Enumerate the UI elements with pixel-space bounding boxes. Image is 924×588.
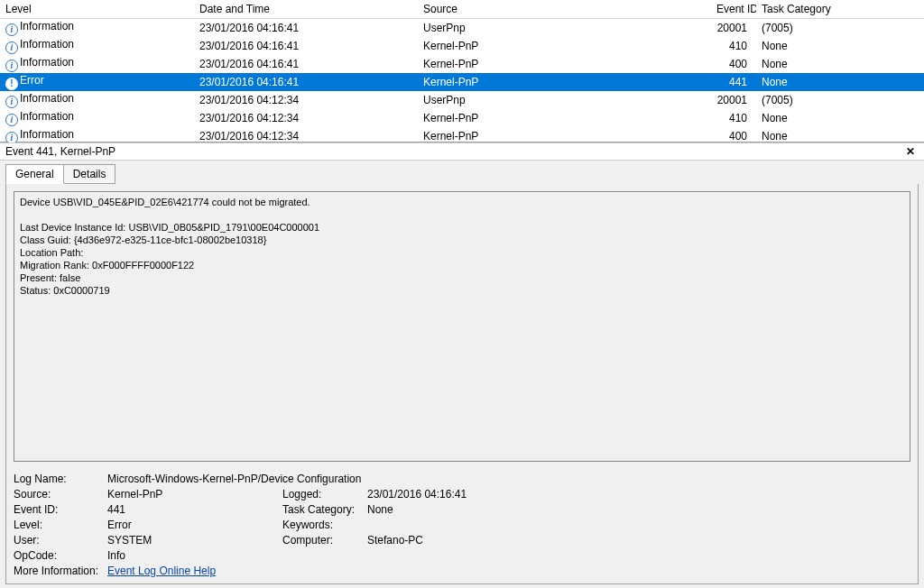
tab-panel-general: Device USB\VID_045E&PID_02E6\421774 coul…: [5, 184, 919, 584]
cell-level: Information: [20, 128, 74, 141]
cell-level: Information: [20, 56, 74, 69]
cell-taskcat: None: [756, 37, 924, 55]
table-row[interactable]: Information23/01/2016 04:16:41Kernel-PnP…: [0, 55, 924, 73]
cell-source: UserPnp: [418, 91, 711, 109]
lbl-logged: Logged:: [282, 488, 364, 501]
val-opcode: Info: [107, 549, 910, 562]
cell-level: Information: [20, 110, 74, 123]
info-icon: [5, 132, 18, 143]
lbl-source: Source:: [14, 488, 104, 501]
col-taskcat[interactable]: Task Category: [756, 0, 924, 18]
col-level[interactable]: Level: [0, 0, 194, 18]
val-level: Error: [107, 519, 279, 531]
col-eventid[interactable]: Event ID: [711, 0, 756, 18]
table-row[interactable]: Error23/01/2016 04:16:41Kernel-PnP441Non…: [0, 73, 924, 91]
col-source[interactable]: Source: [418, 0, 711, 18]
cell-datetime: 23/01/2016 04:12:34: [194, 127, 418, 143]
val-taskcat: None: [367, 503, 910, 516]
cell-taskcat: (7005): [756, 91, 924, 109]
val-computer: Stefano-PC: [367, 534, 910, 547]
cell-taskcat: None: [756, 127, 924, 143]
cell-level: Error: [20, 74, 44, 87]
col-datetime[interactable]: Date and Time: [194, 0, 418, 18]
event-metadata: Log Name: Microsoft-Windows-Kernel-PnP/D…: [14, 473, 910, 577]
cell-eventid: 400: [711, 55, 756, 73]
cell-datetime: 23/01/2016 04:12:34: [194, 91, 418, 109]
cell-source: Kernel-PnP: [418, 127, 711, 143]
lbl-eventid: Event ID:: [14, 503, 104, 516]
lbl-keywords: Keywords:: [282, 519, 364, 531]
cell-eventid: 20001: [711, 91, 756, 109]
lbl-moreinfo: More Information:: [14, 565, 104, 577]
val-source: Kernel-PnP: [107, 488, 279, 501]
info-icon: [5, 41, 18, 54]
cell-eventid: 410: [711, 37, 756, 55]
lbl-user: User:: [14, 534, 104, 547]
cell-level: Information: [20, 92, 74, 105]
info-icon: [5, 60, 18, 72]
table-row[interactable]: Information23/01/2016 04:16:41UserPnp200…: [0, 18, 924, 37]
cell-datetime: 23/01/2016 04:12:34: [194, 109, 418, 127]
cell-datetime: 23/01/2016 04:16:41: [194, 55, 418, 73]
event-list-scroll[interactable]: Level Date and Time Source Event ID Task…: [0, 0, 924, 142]
link-online-help[interactable]: Event Log Online Help: [107, 565, 216, 577]
val-user: SYSTEM: [107, 534, 279, 547]
cell-level: Information: [20, 38, 74, 51]
tab-general[interactable]: General: [5, 164, 64, 184]
cell-level: Information: [20, 20, 74, 32]
cell-source: Kernel-PnP: [418, 73, 711, 91]
tab-details[interactable]: Details: [63, 164, 116, 184]
lbl-computer: Computer:: [282, 534, 364, 547]
cell-eventid: 410: [711, 109, 756, 127]
cell-source: Kernel-PnP: [418, 55, 711, 73]
table-row[interactable]: Information23/01/2016 04:12:34Kernel-PnP…: [0, 109, 924, 127]
cell-taskcat: None: [756, 73, 924, 91]
close-icon[interactable]: ✕: [902, 145, 919, 158]
event-description[interactable]: Device USB\VID_045E&PID_02E6\421774 coul…: [14, 191, 910, 462]
error-icon: [5, 78, 18, 90]
cell-taskcat: (7005): [756, 18, 924, 37]
cell-datetime: 23/01/2016 04:16:41: [194, 73, 418, 91]
info-icon: [5, 96, 18, 108]
info-icon: [5, 114, 18, 126]
cell-source: Kernel-PnP: [418, 109, 711, 127]
cell-source: UserPnp: [418, 18, 711, 37]
cell-taskcat: None: [756, 55, 924, 73]
cell-source: Kernel-PnP: [418, 37, 711, 55]
val-logged: 23/01/2016 04:16:41: [367, 488, 910, 501]
cell-datetime: 23/01/2016 04:16:41: [194, 18, 418, 37]
table-row[interactable]: Information23/01/2016 04:12:34UserPnp200…: [0, 91, 924, 109]
detail-title: Event 441, Kernel-PnP: [5, 145, 116, 158]
lbl-level: Level:: [14, 519, 104, 531]
lbl-taskcat: Task Category:: [282, 503, 364, 516]
cell-taskcat: None: [756, 109, 924, 127]
table-row[interactable]: Information23/01/2016 04:12:34Kernel-PnP…: [0, 127, 924, 143]
cell-eventid: 441: [711, 73, 756, 91]
lbl-logname: Log Name:: [14, 473, 104, 485]
event-table: Level Date and Time Source Event ID Task…: [0, 0, 924, 142]
cell-datetime: 23/01/2016 04:16:41: [194, 37, 418, 55]
info-icon: [5, 23, 18, 36]
cell-eventid: 20001: [711, 18, 756, 37]
cell-eventid: 400: [711, 127, 756, 143]
val-eventid: 441: [107, 503, 279, 516]
lbl-opcode: OpCode:: [14, 549, 104, 562]
val-logname: Microsoft-Windows-Kernel-PnP/Device Conf…: [107, 473, 910, 485]
table-row[interactable]: Information23/01/2016 04:16:41Kernel-PnP…: [0, 37, 924, 55]
table-header-row: Level Date and Time Source Event ID Task…: [0, 0, 924, 18]
